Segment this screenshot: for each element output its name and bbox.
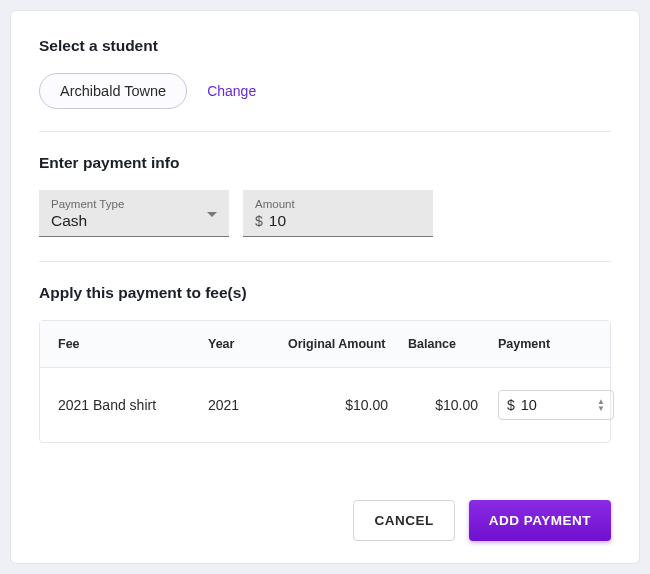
section-title-apply: Apply this payment to fee(s) bbox=[39, 284, 611, 302]
divider bbox=[39, 261, 611, 262]
table-row: 2021 Band shirt 2021 $10.00 $10.00 $ ▲ ▼ bbox=[40, 368, 610, 442]
payment-type-label: Payment Type bbox=[51, 198, 217, 210]
payment-inputs: Payment Type Cash Amount $ bbox=[39, 190, 611, 237]
cell-payment: $ ▲ ▼ bbox=[498, 390, 618, 420]
cell-balance: $10.00 bbox=[408, 397, 498, 413]
student-row: Archibald Towne Change bbox=[39, 73, 611, 109]
add-payment-button[interactable]: ADD PAYMENT bbox=[469, 500, 611, 541]
amount-field[interactable]: Amount $ bbox=[243, 190, 433, 237]
col-header-year: Year bbox=[208, 337, 288, 351]
cell-year: 2021 bbox=[208, 397, 288, 413]
divider bbox=[39, 131, 611, 132]
amount-currency-prefix: $ bbox=[255, 213, 263, 229]
action-bar: CANCEL ADD PAYMENT bbox=[39, 500, 611, 541]
payment-currency-prefix: $ bbox=[507, 397, 515, 413]
payment-type-select[interactable]: Payment Type Cash bbox=[39, 190, 229, 237]
chevron-down-icon[interactable]: ▼ bbox=[597, 405, 605, 412]
payment-type-value: Cash bbox=[51, 212, 217, 230]
section-title-select-student: Select a student bbox=[39, 37, 611, 55]
cell-original-amount: $10.00 bbox=[288, 397, 408, 413]
change-student-button[interactable]: Change bbox=[207, 83, 256, 99]
cancel-button[interactable]: CANCEL bbox=[353, 500, 454, 541]
row-payment-input[interactable] bbox=[521, 397, 581, 413]
student-name: Archibald Towne bbox=[60, 83, 166, 99]
payment-amount-stepper[interactable]: $ ▲ ▼ bbox=[498, 390, 614, 420]
amount-input[interactable] bbox=[269, 212, 421, 230]
section-title-payment-info: Enter payment info bbox=[39, 154, 611, 172]
fees-table: Fee Year Original Amount Balance Payment… bbox=[39, 320, 611, 443]
amount-label: Amount bbox=[255, 198, 421, 210]
cell-fee: 2021 Band shirt bbox=[58, 397, 208, 413]
col-header-balance: Balance bbox=[408, 337, 498, 351]
student-chip[interactable]: Archibald Towne bbox=[39, 73, 187, 109]
payment-form-card: Select a student Archibald Towne Change … bbox=[10, 10, 640, 564]
fees-table-header: Fee Year Original Amount Balance Payment bbox=[40, 321, 610, 368]
col-header-original: Original Amount bbox=[288, 337, 408, 351]
stepper-icon[interactable]: ▲ ▼ bbox=[597, 398, 605, 412]
dropdown-caret-icon bbox=[207, 204, 217, 222]
col-header-fee: Fee bbox=[58, 337, 208, 351]
col-header-payment: Payment bbox=[498, 337, 618, 351]
